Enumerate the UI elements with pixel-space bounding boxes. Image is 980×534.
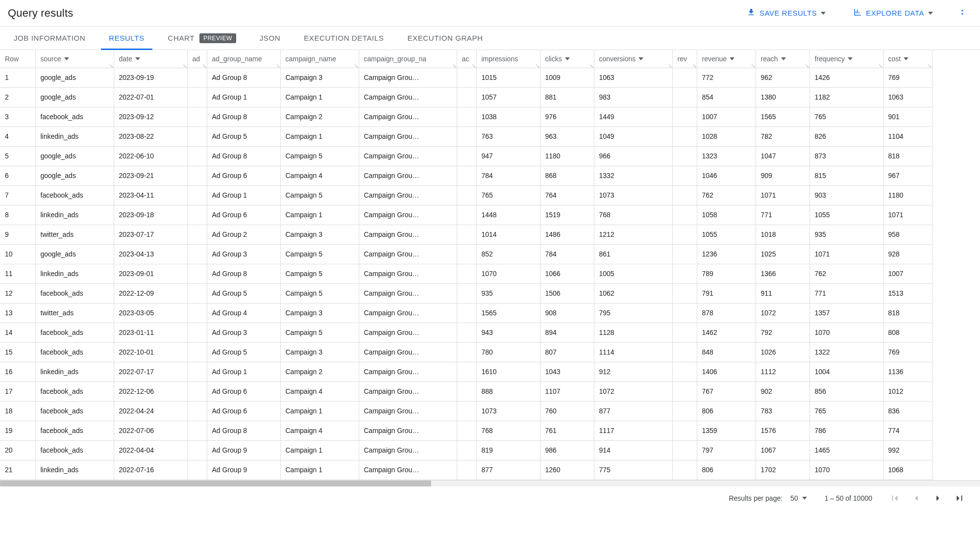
column-menu-icon[interactable]: [565, 57, 570, 60]
cell-source: linkedin_ads: [35, 127, 114, 146]
table-row[interactable]: 8linkedin_ads2023-09-18Ad Group 6Campaig…: [0, 205, 932, 225]
cell-rev: [672, 303, 697, 323]
tab-chart[interactable]: CHARTPREVIEW: [168, 26, 236, 50]
explore-data-button[interactable]: EXPLORE DATA: [849, 5, 937, 21]
cell-conversions: 1332: [594, 166, 672, 185]
table-row[interactable]: 18facebook_ads2022-04-24Ad Group 6Campai…: [0, 401, 932, 421]
column-resize-handle[interactable]: [202, 63, 207, 68]
cell-frequency: 1426: [809, 68, 883, 87]
save-results-button[interactable]: SAVE RESULTS: [743, 5, 830, 21]
column-header-revenue[interactable]: revenue: [697, 50, 756, 68]
column-resize-handle[interactable]: [182, 63, 187, 68]
cell-date: 2022-07-06: [114, 421, 187, 440]
column-header-impressions[interactable]: impressions: [476, 50, 540, 68]
column-menu-icon[interactable]: [848, 57, 853, 60]
prev-page-button[interactable]: [909, 491, 923, 505]
tab-job-info[interactable]: JOB INFORMATION: [14, 26, 85, 50]
results-table-wrap[interactable]: Rowsourcedateadad_group_namecampaign_nam…: [0, 50, 980, 481]
cell-cost: 1513: [883, 283, 932, 303]
scrollbar-thumb[interactable]: [0, 481, 431, 486]
column-header-reach[interactable]: reach: [756, 50, 809, 68]
table-row[interactable]: 14facebook_ads2023-01-11Ad Group 3Campai…: [0, 323, 932, 342]
table-row[interactable]: 21linkedin_ads2022-07-16Ad Group 9Campai…: [0, 460, 932, 480]
cell-cost: 1068: [883, 460, 932, 480]
cell-ac: [457, 362, 476, 381]
column-resize-handle[interactable]: [109, 63, 114, 68]
table-row[interactable]: 13twitter_ads2023-03-05Ad Group 4Campaig…: [0, 303, 932, 323]
expand-panel-button[interactable]: [956, 7, 968, 19]
column-resize-handle[interactable]: [667, 63, 672, 68]
table-row[interactable]: 1google_ads2023-09-19Ad Group 8Campaign …: [0, 68, 932, 87]
table-row[interactable]: 4linkedin_ads2023-08-22Ad Group 5Campaig…: [0, 127, 932, 146]
column-resize-handle[interactable]: [535, 63, 540, 68]
column-label: impressions: [482, 55, 518, 63]
column-menu-icon[interactable]: [904, 57, 908, 60]
table-row[interactable]: 5google_ads2022-06-10Ad Group 8Campaign …: [0, 146, 932, 166]
column-resize-handle[interactable]: [471, 63, 476, 68]
column-header-ac[interactable]: ac: [457, 50, 476, 68]
cell-revenue: 806: [697, 460, 756, 480]
table-row[interactable]: 20facebook_ads2022-04-04Ad Group 9Campai…: [0, 440, 932, 460]
cell-frequency: 903: [809, 185, 883, 205]
horizontal-scrollbar[interactable]: [0, 481, 980, 486]
table-row[interactable]: 6google_ads2023-09-21Ad Group 6Campaign …: [0, 166, 932, 185]
cell-rev: [672, 460, 697, 480]
table-row[interactable]: 12facebook_ads2022-12-09Ad Group 5Campai…: [0, 283, 932, 303]
column-resize-handle[interactable]: [692, 63, 697, 68]
table-row[interactable]: 19facebook_ads2022-07-06Ad Group 8Campai…: [0, 421, 932, 440]
column-menu-icon[interactable]: [638, 57, 643, 60]
next-page-button[interactable]: [931, 491, 945, 505]
column-resize-handle[interactable]: [751, 63, 756, 68]
table-row[interactable]: 11linkedin_ads2023-09-01Ad Group 8Campai…: [0, 264, 932, 283]
table-row[interactable]: 3facebook_ads2023-09-12Ad Group 8Campaig…: [0, 107, 932, 127]
tab-exec-details[interactable]: EXECUTION DETAILS: [304, 26, 384, 50]
column-menu-icon[interactable]: [64, 57, 69, 60]
cell-frequency: 815: [809, 166, 883, 185]
table-row[interactable]: 10google_ads2023-04-13Ad Group 3Campaign…: [0, 244, 932, 264]
column-header-row[interactable]: Row: [0, 50, 35, 68]
table-row[interactable]: 9twitter_ads2023-07-17Ad Group 2Campaign…: [0, 225, 932, 244]
column-menu-icon[interactable]: [135, 57, 140, 60]
last-page-button[interactable]: [953, 491, 966, 505]
column-header-ad[interactable]: ad: [187, 50, 207, 68]
column-header-cost[interactable]: cost: [883, 50, 932, 68]
column-header-ad_group_name[interactable]: ad_group_name: [207, 50, 280, 68]
cell-reach: 792: [756, 323, 809, 342]
column-header-clicks[interactable]: clicks: [540, 50, 594, 68]
column-header-frequency[interactable]: frequency: [809, 50, 883, 68]
table-row[interactable]: 15facebook_ads2022-10-01Ad Group 5Campai…: [0, 342, 932, 362]
tab-json[interactable]: JSON: [260, 26, 280, 50]
column-resize-handle[interactable]: [354, 63, 359, 68]
column-resize-handle[interactable]: [452, 63, 457, 68]
table-row[interactable]: 7facebook_ads2023-04-11Ad Group 1Campaig…: [0, 185, 932, 205]
column-resize-handle[interactable]: [878, 63, 883, 68]
column-resize-handle[interactable]: [927, 63, 932, 68]
column-menu-icon[interactable]: [730, 57, 735, 60]
first-page-button[interactable]: [888, 491, 902, 505]
column-header-source[interactable]: source: [35, 50, 114, 68]
column-header-conversions[interactable]: conversions: [594, 50, 672, 68]
column-header-campaign_group_na[interactable]: campaign_group_na: [359, 50, 457, 68]
column-resize-handle[interactable]: [805, 63, 809, 68]
page-size-select[interactable]: 50: [788, 493, 809, 503]
column-resize-handle[interactable]: [589, 63, 594, 68]
cell-frequency: 1465: [809, 440, 883, 460]
cell-ad: [187, 244, 207, 264]
cell-ac: [457, 225, 476, 244]
table-row[interactable]: 2google_ads2022-07-01Ad Group 1Campaign …: [0, 87, 932, 107]
cell-rev: [672, 225, 697, 244]
tab-results[interactable]: RESULTS: [109, 26, 144, 50]
column-header-campaign_name[interactable]: campaign_name: [280, 50, 359, 68]
column-header-rev[interactable]: rev: [672, 50, 697, 68]
cell-row: 13: [0, 303, 35, 323]
column-header-date[interactable]: date: [114, 50, 187, 68]
table-row[interactable]: 17facebook_ads2022-12-06Ad Group 6Campai…: [0, 381, 932, 401]
column-resize-handle[interactable]: [275, 63, 280, 68]
tab-exec-graph[interactable]: EXECUTION GRAPH: [407, 26, 483, 50]
cell-ac: [457, 303, 476, 323]
cell-source: google_ads: [35, 244, 114, 264]
cell-frequency: 856: [809, 381, 883, 401]
cell-ad: [187, 185, 207, 205]
column-menu-icon[interactable]: [781, 57, 786, 60]
table-row[interactable]: 16linkedin_ads2022-07-17Ad Group 1Campai…: [0, 362, 932, 381]
